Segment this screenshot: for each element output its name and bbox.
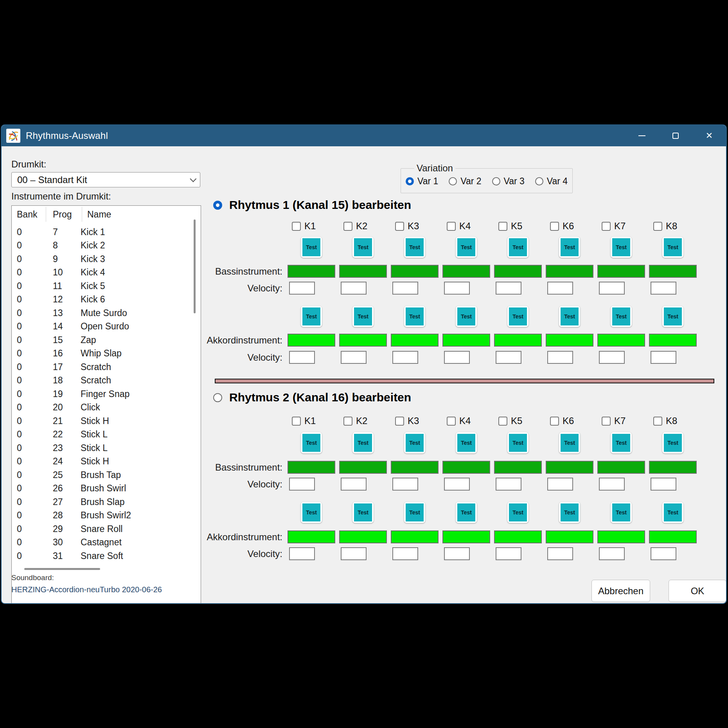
column-header-name[interactable]: Name [82, 207, 111, 222]
bass-instrument-slot[interactable] [494, 461, 542, 474]
chord-instrument-slot[interactable] [288, 334, 335, 347]
velocity-input[interactable] [392, 547, 418, 560]
table-row[interactable]: 031Snare Soft [12, 549, 194, 563]
velocity-input[interactable] [651, 478, 676, 491]
table-row[interactable]: 013Mute Surdo [12, 306, 194, 320]
bass-instrument-slot[interactable] [339, 461, 387, 474]
velocity-input[interactable] [392, 478, 418, 491]
velocity-input[interactable] [547, 547, 573, 560]
k-checkbox-option[interactable]: K1 [292, 221, 316, 231]
bass-instrument-slot[interactable] [442, 461, 490, 474]
test-button[interactable]: Test [611, 237, 632, 258]
rhythm-section-radio[interactable] [213, 393, 222, 402]
velocity-input[interactable] [496, 351, 521, 364]
bass-instrument-slot[interactable] [597, 461, 645, 474]
table-row[interactable]: 07Kick 1 [12, 225, 194, 239]
test-button[interactable]: Test [404, 502, 425, 523]
k-checkbox-option[interactable]: K6 [550, 416, 574, 426]
test-button[interactable]: Test [507, 502, 528, 523]
velocity-input[interactable] [444, 478, 470, 491]
k-checkbox-option[interactable]: K2 [343, 416, 367, 426]
chord-instrument-slot[interactable] [494, 334, 542, 347]
test-button[interactable]: Test [456, 502, 477, 523]
bass-instrument-slot[interactable] [391, 265, 439, 278]
chord-instrument-slot[interactable] [546, 530, 593, 543]
test-button[interactable]: Test [662, 502, 683, 523]
k-checkbox-option[interactable]: K2 [343, 221, 367, 231]
test-button[interactable]: Test [611, 502, 632, 523]
table-row[interactable]: 016Whip Slap [12, 347, 194, 361]
test-button[interactable]: Test [507, 306, 528, 327]
test-button[interactable]: Test [611, 432, 632, 453]
table-row[interactable]: 024Stick H [12, 455, 194, 469]
test-button[interactable]: Test [456, 432, 477, 453]
velocity-input[interactable] [444, 547, 470, 560]
test-button[interactable]: Test [559, 237, 580, 258]
column-header-bank[interactable]: Bank [12, 207, 46, 222]
k-checkbox-option[interactable]: K8 [653, 221, 677, 231]
test-button[interactable]: Test [404, 432, 425, 453]
k-checkbox-option[interactable]: K5 [498, 221, 522, 231]
test-button[interactable]: Test [456, 306, 477, 327]
velocity-input[interactable] [547, 351, 573, 364]
k-checkbox-option[interactable]: K8 [653, 416, 677, 426]
test-button[interactable]: Test [301, 432, 322, 453]
k-checkbox-option[interactable]: K4 [447, 221, 471, 231]
drumkit-select[interactable]: 00 – Standart Kit [11, 172, 200, 187]
velocity-input[interactable] [341, 351, 367, 364]
chord-instrument-slot[interactable] [442, 334, 490, 347]
table-row[interactable]: 017Scratch [12, 360, 194, 374]
bass-instrument-slot[interactable] [288, 265, 335, 278]
test-button[interactable]: Test [559, 432, 580, 453]
test-button[interactable]: Test [352, 432, 374, 453]
bass-instrument-slot[interactable] [442, 265, 490, 278]
velocity-input[interactable] [547, 282, 573, 295]
bass-instrument-slot[interactable] [288, 461, 335, 474]
horizontal-scrollbar[interactable] [24, 568, 100, 570]
test-button[interactable]: Test [662, 237, 683, 258]
test-button[interactable]: Test [559, 502, 580, 523]
k-checkbox-option[interactable]: K3 [395, 416, 419, 426]
k-checkbox-option[interactable]: K5 [498, 416, 522, 426]
test-button[interactable]: Test [301, 237, 322, 258]
k-checkbox-option[interactable]: K7 [602, 416, 626, 426]
chord-instrument-slot[interactable] [597, 334, 645, 347]
test-button[interactable]: Test [352, 237, 374, 258]
table-row[interactable]: 026Brush Swirl [12, 482, 194, 496]
bass-instrument-slot[interactable] [391, 461, 439, 474]
velocity-input[interactable] [651, 282, 676, 295]
chord-instrument-slot[interactable] [494, 530, 542, 543]
velocity-input[interactable] [341, 478, 367, 491]
ok-button[interactable]: OK [669, 580, 726, 602]
test-button[interactable]: Test [662, 432, 683, 453]
chord-instrument-slot[interactable] [391, 334, 439, 347]
bass-instrument-slot[interactable] [339, 265, 387, 278]
chord-instrument-slot[interactable] [597, 530, 645, 543]
k-checkbox-option[interactable]: K4 [447, 416, 471, 426]
test-button[interactable]: Test [301, 306, 322, 327]
velocity-input[interactable] [496, 282, 521, 295]
variation-option[interactable]: Var 1 [406, 176, 438, 187]
velocity-input[interactable] [392, 351, 418, 364]
test-button[interactable]: Test [507, 237, 528, 258]
table-row[interactable]: 025Brush Tap [12, 468, 194, 482]
test-button[interactable]: Test [404, 306, 425, 327]
bass-instrument-slot[interactable] [649, 265, 697, 278]
chord-instrument-slot[interactable] [649, 530, 697, 543]
table-row[interactable]: 027Brush Slap [12, 495, 194, 509]
velocity-input[interactable] [289, 478, 315, 491]
velocity-input[interactable] [444, 351, 470, 364]
bass-instrument-slot[interactable] [649, 461, 697, 474]
table-row[interactable]: 028Brush Swirl2 [12, 509, 194, 523]
velocity-input[interactable] [444, 282, 470, 295]
velocity-input[interactable] [289, 547, 315, 560]
table-row[interactable]: 011Kick 5 [12, 279, 194, 293]
test-button[interactable]: Test [559, 306, 580, 327]
bass-instrument-slot[interactable] [494, 265, 542, 278]
velocity-input[interactable] [547, 478, 573, 491]
chord-instrument-slot[interactable] [339, 334, 387, 347]
table-row[interactable]: 029Snare Roll [12, 522, 194, 536]
table-row[interactable]: 014Open Surdo [12, 320, 194, 334]
bass-instrument-slot[interactable] [546, 461, 593, 474]
table-row[interactable]: 010Kick 4 [12, 266, 194, 280]
